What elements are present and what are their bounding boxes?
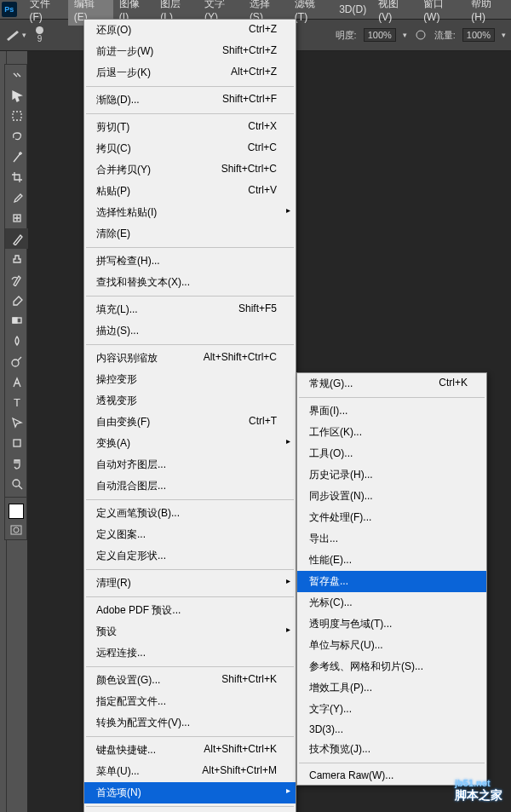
- menuitem-11[interactable]: 光标(C)...: [297, 592, 486, 613]
- pen-tool[interactable]: [5, 371, 28, 392]
- menuitem-1[interactable]: 前进一步(W)Shift+Ctrl+Z: [84, 41, 296, 62]
- menuitem-33[interactable]: Adobe PDF 预设...: [84, 600, 296, 621]
- menuitem-12[interactable]: 透明度与色域(T)...: [297, 613, 486, 635]
- chevron-down-icon[interactable]: ▾: [403, 31, 407, 39]
- menuitem-0[interactable]: 还原(O)Ctrl+Z: [84, 20, 296, 41]
- menuitem-7[interactable]: 文件处理(F)...: [297, 507, 486, 528]
- menuitem-10[interactable]: 暂存盘...: [297, 571, 486, 592]
- flow-value[interactable]: 100%: [462, 28, 495, 42]
- chevron-down-icon[interactable]: ▾: [502, 31, 506, 39]
- menuitem-4[interactable]: 工具(O)...: [297, 443, 486, 464]
- menuitem-17[interactable]: 3D(3)...: [297, 720, 486, 739]
- menuitem-22[interactable]: 自由变换(F)Ctrl+T: [84, 412, 296, 433]
- menuitem-2[interactable]: 界面(I)...: [297, 400, 486, 422]
- eyedropper-tool[interactable]: [5, 187, 28, 208]
- menuitem-14[interactable]: 查找和替换文本(X)...: [84, 272, 296, 293]
- menu-f[interactable]: 文件(F): [24, 0, 68, 26]
- menuitem-8[interactable]: 导出...: [297, 528, 486, 550]
- menuitem-shortcut: Shift+F5: [238, 302, 277, 317]
- hand-tool[interactable]: [5, 453, 28, 474]
- chevron-down-icon[interactable]: ▾: [22, 31, 26, 39]
- menu-h[interactable]: 帮助(H): [465, 0, 511, 26]
- menuitem-27[interactable]: 定义画笔预设(B)...: [84, 503, 296, 524]
- menuitem-43[interactable]: 首选项(N): [84, 782, 296, 803]
- move-tool[interactable]: [5, 85, 28, 106]
- color-swatch[interactable]: [9, 504, 24, 519]
- type-tool[interactable]: T: [5, 392, 28, 412]
- menuitem-42[interactable]: 菜单(U)...Alt+Shift+Ctrl+M: [84, 761, 296, 782]
- menuitem-6[interactable]: 同步设置(N)...: [297, 486, 486, 507]
- menuitem-5[interactable]: 历史记录(H)...: [297, 464, 486, 486]
- brush-preview[interactable]: 9: [36, 26, 43, 43]
- menuitem-6[interactable]: 剪切(T)Ctrl+X: [84, 117, 296, 138]
- menuitem-14[interactable]: 参考线、网格和切片(S)...: [297, 656, 486, 677]
- pressure-opacity-icon[interactable]: [414, 29, 428, 41]
- menuitem-label: 首选项(N): [96, 786, 141, 800]
- eraser-tool[interactable]: [5, 290, 28, 310]
- menuitem-23[interactable]: 变换(A): [84, 433, 296, 454]
- menuitem-39[interactable]: 转换为配置文件(V)...: [84, 712, 296, 734]
- menuitem-24[interactable]: 自动对齐图层...: [84, 454, 296, 475]
- lasso-tool[interactable]: [5, 126, 28, 147]
- menuitem-13[interactable]: 单位与标尺(U)...: [297, 635, 486, 656]
- menu-dd[interactable]: 3D(D): [333, 1, 372, 18]
- opacity-value[interactable]: 100%: [364, 28, 396, 42]
- menuitem-19[interactable]: 内容识别缩放Alt+Shift+Ctrl+C: [84, 348, 296, 369]
- menuitem-18[interactable]: 技术预览(J)...: [297, 739, 486, 760]
- menuitem-38[interactable]: 指定配置文件...: [84, 691, 296, 712]
- blur-tool[interactable]: [5, 331, 28, 351]
- menu-v[interactable]: 视图(V): [372, 0, 417, 26]
- menuitem-shortcut: Ctrl+K: [439, 377, 468, 391]
- wand-tool[interactable]: [5, 147, 28, 167]
- menuitem-label: 3D(3)...: [309, 723, 343, 735]
- menuitem-shortcut: Alt+Ctrl+Z: [231, 66, 277, 80]
- menuitem-21[interactable]: 透视变形: [84, 390, 296, 412]
- menuitem-41[interactable]: 键盘快捷键...Alt+Shift+Ctrl+K: [84, 740, 296, 761]
- brush-tool-icon[interactable]: ▾: [5, 26, 29, 43]
- gradient-tool[interactable]: [5, 310, 28, 331]
- shape-tool[interactable]: [5, 433, 28, 453]
- menuitem-label: 定义自定形状...: [96, 549, 166, 563]
- menuitem-29[interactable]: 定义自定形状...: [84, 545, 296, 567]
- menuitem-37[interactable]: 颜色设置(G)...Shift+Ctrl+K: [84, 670, 296, 691]
- zoom-tool[interactable]: [5, 474, 28, 494]
- menuitem-label: 查找和替换文本(X)...: [96, 275, 190, 290]
- menuitem-8[interactable]: 合并拷贝(Y)Shift+Ctrl+C: [84, 159, 296, 181]
- menuitem-label: 前进一步(W): [96, 44, 153, 59]
- quickmask-toggle[interactable]: [5, 522, 26, 539]
- stamp-tool[interactable]: [5, 249, 28, 269]
- menuitem-11[interactable]: 清除(E): [84, 223, 296, 245]
- menuitem-0[interactable]: 常规(G)...Ctrl+K: [297, 373, 486, 394]
- menuitem-34[interactable]: 预设: [84, 621, 296, 642]
- history-tool[interactable]: [5, 269, 28, 290]
- menu-w[interactable]: 窗口(W): [417, 0, 465, 26]
- menuitem-9[interactable]: 粘贴(P)Ctrl+V: [84, 181, 296, 202]
- menuitem-31[interactable]: 清理(R): [84, 573, 296, 594]
- heal-tool[interactable]: [5, 208, 28, 228]
- menuitem-3[interactable]: 工作区(K)...: [297, 422, 486, 443]
- menuitem-16[interactable]: 填充(L)...Shift+F5: [84, 299, 296, 320]
- menuitem-4[interactable]: 渐隐(D)...Shift+Ctrl+F: [84, 89, 296, 111]
- path-tool[interactable]: [5, 412, 28, 433]
- menuitem-35[interactable]: 远程连接...: [84, 642, 296, 664]
- menuitem-label: 远程连接...: [96, 646, 146, 660]
- dodge-tool[interactable]: [5, 351, 28, 371]
- menuitem-label: 暂存盘...: [309, 574, 348, 589]
- app-logo: Ps: [2, 2, 17, 17]
- collapse-toggle[interactable]: [5, 65, 28, 85]
- crop-tool[interactable]: [5, 167, 28, 187]
- menuitem-15[interactable]: 增效工具(P)...: [297, 677, 486, 699]
- menuitem-25[interactable]: 自动混合图层...: [84, 475, 296, 497]
- marquee-tool[interactable]: [5, 106, 28, 126]
- brush-tool[interactable]: [5, 228, 28, 249]
- menuitem-20[interactable]: 操控变形: [84, 369, 296, 390]
- menuitem-9[interactable]: 性能(E)...: [297, 550, 486, 571]
- menuitem-17[interactable]: 描边(S)...: [84, 320, 296, 342]
- menuitem-28[interactable]: 定义图案...: [84, 524, 296, 545]
- menuitem-10[interactable]: 选择性粘贴(I): [84, 202, 296, 223]
- menuitem-13[interactable]: 拼写检查(H)...: [84, 251, 296, 272]
- menuitem-7[interactable]: 拷贝(C)Ctrl+C: [84, 138, 296, 159]
- menuitem-16[interactable]: 文字(Y)...: [297, 699, 486, 720]
- menuitem-shortcut: Ctrl+V: [248, 184, 277, 199]
- menuitem-2[interactable]: 后退一步(K)Alt+Ctrl+Z: [84, 62, 296, 84]
